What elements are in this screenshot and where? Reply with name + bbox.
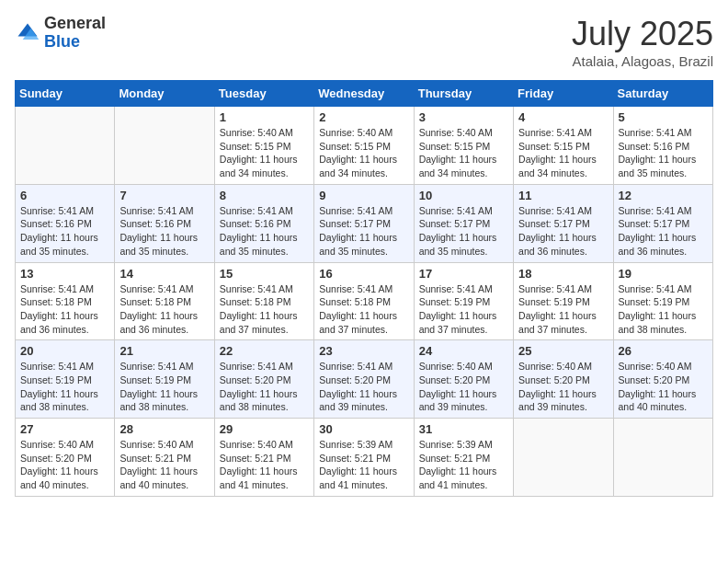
weekday-header-tuesday: Tuesday bbox=[214, 81, 313, 107]
calendar-cell: 20Sunrise: 5:41 AM Sunset: 5:19 PM Dayli… bbox=[16, 340, 115, 419]
day-number: 29 bbox=[220, 422, 309, 436]
cell-details: Sunrise: 5:39 AM Sunset: 5:21 PM Dayligh… bbox=[319, 438, 408, 492]
day-number: 13 bbox=[20, 267, 109, 281]
calendar-cell: 24Sunrise: 5:40 AM Sunset: 5:20 PM Dayli… bbox=[414, 340, 513, 419]
calendar-cell bbox=[514, 419, 613, 497]
day-number: 22 bbox=[220, 344, 309, 358]
calendar-cell: 14Sunrise: 5:41 AM Sunset: 5:18 PM Dayli… bbox=[115, 262, 214, 340]
day-number: 14 bbox=[119, 267, 209, 281]
weekday-header-thursday: Thursday bbox=[414, 81, 513, 107]
day-number: 6 bbox=[20, 189, 109, 202]
cell-details: Sunrise: 5:40 AM Sunset: 5:20 PM Dayligh… bbox=[419, 360, 508, 414]
day-number: 30 bbox=[319, 422, 408, 436]
calendar-cell: 3Sunrise: 5:40 AM Sunset: 5:15 PM Daylig… bbox=[414, 107, 513, 185]
calendar-cell: 18Sunrise: 5:41 AM Sunset: 5:19 PM Dayli… bbox=[514, 262, 613, 340]
cell-details: Sunrise: 5:41 AM Sunset: 5:19 PM Dayligh… bbox=[119, 360, 209, 414]
day-number: 20 bbox=[20, 344, 109, 358]
cell-details: Sunrise: 5:41 AM Sunset: 5:19 PM Dayligh… bbox=[419, 282, 508, 337]
calendar-cell: 26Sunrise: 5:40 AM Sunset: 5:20 PM Dayli… bbox=[613, 340, 712, 419]
calendar-cell: 21Sunrise: 5:41 AM Sunset: 5:19 PM Dayli… bbox=[115, 340, 214, 419]
day-number: 25 bbox=[518, 344, 608, 358]
logo-icon bbox=[15, 20, 40, 46]
cell-details: Sunrise: 5:41 AM Sunset: 5:19 PM Dayligh… bbox=[518, 282, 608, 337]
cell-details: Sunrise: 5:41 AM Sunset: 5:17 PM Dayligh… bbox=[619, 204, 708, 259]
weekday-header-wednesday: Wednesday bbox=[314, 81, 414, 107]
cell-details: Sunrise: 5:41 AM Sunset: 5:20 PM Dayligh… bbox=[319, 360, 408, 414]
calendar-cell: 6Sunrise: 5:41 AM Sunset: 5:16 PM Daylig… bbox=[16, 184, 115, 262]
day-number: 24 bbox=[419, 344, 508, 358]
day-number: 21 bbox=[119, 344, 209, 358]
cell-details: Sunrise: 5:39 AM Sunset: 5:21 PM Dayligh… bbox=[419, 438, 508, 492]
page-header: General Blue July 2025 Atalaia, Alagoas,… bbox=[15, 15, 713, 69]
cell-details: Sunrise: 5:41 AM Sunset: 5:19 PM Dayligh… bbox=[20, 360, 109, 414]
cell-details: Sunrise: 5:41 AM Sunset: 5:17 PM Dayligh… bbox=[518, 204, 608, 259]
cell-details: Sunrise: 5:41 AM Sunset: 5:20 PM Dayligh… bbox=[220, 360, 309, 414]
calendar-cell: 30Sunrise: 5:39 AM Sunset: 5:21 PM Dayli… bbox=[314, 419, 414, 497]
calendar-cell: 12Sunrise: 5:41 AM Sunset: 5:17 PM Dayli… bbox=[613, 184, 712, 262]
weekday-header-monday: Monday bbox=[115, 81, 214, 107]
weekday-header-row: SundayMondayTuesdayWednesdayThursdayFrid… bbox=[16, 81, 713, 107]
cell-details: Sunrise: 5:40 AM Sunset: 5:20 PM Dayligh… bbox=[20, 438, 109, 492]
day-number: 8 bbox=[220, 189, 309, 202]
day-number: 7 bbox=[119, 189, 209, 202]
weekday-header-sunday: Sunday bbox=[16, 81, 115, 107]
calendar-cell: 25Sunrise: 5:40 AM Sunset: 5:20 PM Dayli… bbox=[514, 340, 613, 419]
calendar-week-row: 20Sunrise: 5:41 AM Sunset: 5:19 PM Dayli… bbox=[16, 340, 713, 419]
day-number: 10 bbox=[419, 189, 508, 202]
day-number: 4 bbox=[518, 110, 608, 124]
day-number: 11 bbox=[518, 189, 608, 202]
calendar-cell: 16Sunrise: 5:41 AM Sunset: 5:18 PM Dayli… bbox=[314, 262, 414, 340]
day-number: 15 bbox=[220, 267, 309, 281]
day-number: 26 bbox=[619, 344, 708, 358]
weekday-header-saturday: Saturday bbox=[613, 81, 712, 107]
month-year-title: July 2025 bbox=[572, 15, 713, 53]
day-number: 18 bbox=[518, 267, 608, 281]
day-number: 1 bbox=[220, 110, 309, 124]
calendar-cell: 27Sunrise: 5:40 AM Sunset: 5:20 PM Dayli… bbox=[16, 419, 115, 497]
day-number: 2 bbox=[319, 110, 408, 124]
day-number: 3 bbox=[419, 110, 508, 124]
calendar-cell: 13Sunrise: 5:41 AM Sunset: 5:18 PM Dayli… bbox=[16, 262, 115, 340]
calendar-cell: 29Sunrise: 5:40 AM Sunset: 5:21 PM Dayli… bbox=[214, 419, 313, 497]
calendar-cell: 10Sunrise: 5:41 AM Sunset: 5:17 PM Dayli… bbox=[414, 184, 513, 262]
day-number: 16 bbox=[319, 267, 408, 281]
calendar-week-row: 13Sunrise: 5:41 AM Sunset: 5:18 PM Dayli… bbox=[16, 262, 713, 340]
title-block: July 2025 Atalaia, Alagoas, Brazil bbox=[572, 15, 713, 69]
logo-general-text: General bbox=[44, 14, 106, 32]
calendar-cell: 4Sunrise: 5:41 AM Sunset: 5:15 PM Daylig… bbox=[514, 107, 613, 185]
calendar-cell: 9Sunrise: 5:41 AM Sunset: 5:17 PM Daylig… bbox=[314, 184, 414, 262]
calendar-week-row: 6Sunrise: 5:41 AM Sunset: 5:16 PM Daylig… bbox=[16, 184, 713, 262]
day-number: 31 bbox=[419, 422, 508, 436]
calendar-cell: 2Sunrise: 5:40 AM Sunset: 5:15 PM Daylig… bbox=[314, 107, 414, 185]
calendar-cell: 23Sunrise: 5:41 AM Sunset: 5:20 PM Dayli… bbox=[314, 340, 414, 419]
cell-details: Sunrise: 5:41 AM Sunset: 5:18 PM Dayligh… bbox=[220, 282, 309, 337]
cell-details: Sunrise: 5:40 AM Sunset: 5:21 PM Dayligh… bbox=[119, 438, 209, 492]
logo: General Blue bbox=[15, 15, 106, 52]
cell-details: Sunrise: 5:40 AM Sunset: 5:20 PM Dayligh… bbox=[619, 360, 708, 414]
cell-details: Sunrise: 5:41 AM Sunset: 5:15 PM Dayligh… bbox=[518, 126, 608, 180]
cell-details: Sunrise: 5:40 AM Sunset: 5:15 PM Dayligh… bbox=[220, 126, 309, 180]
calendar-cell: 22Sunrise: 5:41 AM Sunset: 5:20 PM Dayli… bbox=[214, 340, 313, 419]
calendar-cell: 17Sunrise: 5:41 AM Sunset: 5:19 PM Dayli… bbox=[414, 262, 513, 340]
calendar-table: SundayMondayTuesdayWednesdayThursdayFrid… bbox=[15, 80, 713, 497]
calendar-cell: 15Sunrise: 5:41 AM Sunset: 5:18 PM Dayli… bbox=[214, 262, 313, 340]
cell-details: Sunrise: 5:41 AM Sunset: 5:17 PM Dayligh… bbox=[419, 204, 508, 259]
day-number: 17 bbox=[419, 267, 508, 281]
calendar-week-row: 1Sunrise: 5:40 AM Sunset: 5:15 PM Daylig… bbox=[16, 107, 713, 185]
cell-details: Sunrise: 5:40 AM Sunset: 5:15 PM Dayligh… bbox=[319, 126, 408, 180]
cell-details: Sunrise: 5:41 AM Sunset: 5:17 PM Dayligh… bbox=[319, 204, 408, 259]
day-number: 12 bbox=[619, 189, 708, 202]
calendar-cell: 1Sunrise: 5:40 AM Sunset: 5:15 PM Daylig… bbox=[214, 107, 313, 185]
cell-details: Sunrise: 5:41 AM Sunset: 5:18 PM Dayligh… bbox=[319, 282, 408, 337]
day-number: 23 bbox=[319, 344, 408, 358]
cell-details: Sunrise: 5:40 AM Sunset: 5:15 PM Dayligh… bbox=[419, 126, 508, 180]
cell-details: Sunrise: 5:41 AM Sunset: 5:16 PM Dayligh… bbox=[20, 204, 109, 259]
logo-blue-text: Blue bbox=[44, 32, 80, 51]
calendar-cell: 28Sunrise: 5:40 AM Sunset: 5:21 PM Dayli… bbox=[115, 419, 214, 497]
location-subtitle: Atalaia, Alagoas, Brazil bbox=[572, 53, 713, 69]
calendar-cell: 19Sunrise: 5:41 AM Sunset: 5:19 PM Dayli… bbox=[613, 262, 712, 340]
calendar-cell bbox=[16, 107, 115, 185]
day-number: 27 bbox=[20, 422, 109, 436]
cell-details: Sunrise: 5:41 AM Sunset: 5:16 PM Dayligh… bbox=[119, 204, 209, 259]
calendar-cell: 11Sunrise: 5:41 AM Sunset: 5:17 PM Dayli… bbox=[514, 184, 613, 262]
